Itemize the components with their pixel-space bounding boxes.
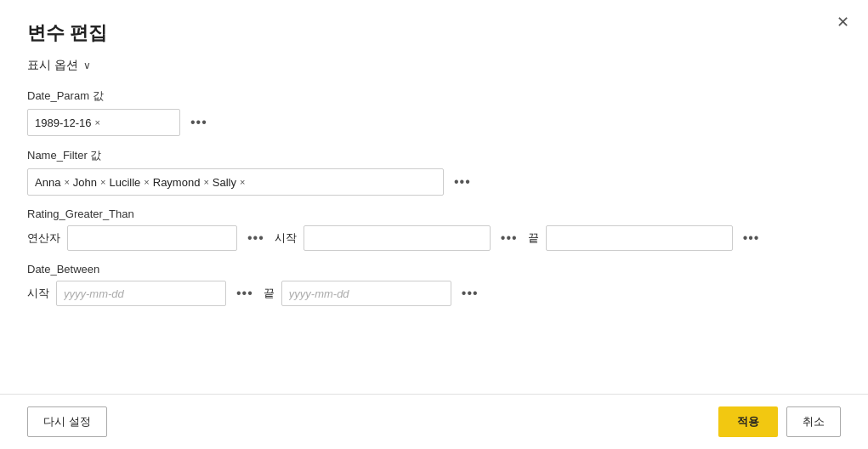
operator-input[interactable] <box>67 225 237 251</box>
name-filter-label: Name_Filter 값 <box>27 148 841 163</box>
reset-button[interactable]: 다시 설정 <box>27 406 107 437</box>
date-param-more-button[interactable]: ••• <box>187 115 211 130</box>
date-param-tag-text: 1989-12-16 <box>35 117 92 129</box>
display-options-toggle[interactable]: 표시 옵션 ∨ <box>27 58 841 73</box>
date-between-label: Date_Between <box>27 263 841 276</box>
rating-start-input[interactable] <box>304 225 491 251</box>
rating-end-more-button[interactable]: ••• <box>740 230 763 246</box>
end-label: 끝 <box>528 230 539 246</box>
operator-label: 연산자 <box>27 230 60 246</box>
name-filter-tag-raymond: Raymond × <box>153 176 209 189</box>
tag-sally-remove[interactable]: × <box>240 177 245 187</box>
date-param-tag-box[interactable]: 1989-12-16 × <box>27 109 180 136</box>
date-param-section: Date_Param 값 1989-12-16 × ••• <box>27 88 841 136</box>
dialog-footer: 다시 설정 적용 취소 <box>0 394 868 449</box>
tag-anna-remove[interactable]: × <box>64 177 69 187</box>
start-label: 시작 <box>275 230 297 246</box>
name-filter-tag-box[interactable]: Anna × John × Lucille × Raymond × Sally <box>27 168 444 196</box>
tag-sally-text: Sally <box>213 176 236 189</box>
date-param-tag-remove[interactable]: × <box>95 117 100 128</box>
apply-button[interactable]: 적용 <box>718 406 778 437</box>
name-filter-tag-anna: Anna × <box>35 176 70 189</box>
date-param-label: Date_Param 값 <box>27 88 841 104</box>
rating-section: Rating_Greater_Than 연산자 ••• 시작 ••• 끝 ••• <box>27 207 841 251</box>
name-filter-tag-john: John × <box>73 176 106 189</box>
date-start-label: 시작 <box>27 286 49 301</box>
name-filter-row: Anna × John × Lucille × Raymond × Sally <box>27 168 841 196</box>
operator-more-button[interactable]: ••• <box>244 230 268 246</box>
chevron-down-icon: ∨ <box>83 60 91 71</box>
date-param-tag-1989: 1989-12-16 × <box>35 117 100 129</box>
footer-right-buttons: 적용 취소 <box>718 406 841 437</box>
date-start-more-button[interactable]: ••• <box>233 286 257 301</box>
tag-lucille-text: Lucille <box>109 176 140 189</box>
dialog-title: 변수 편집 <box>27 20 841 46</box>
rating-end-input[interactable] <box>546 225 733 251</box>
close-icon: ✕ <box>837 13 849 31</box>
date-end-label: 끝 <box>264 286 275 301</box>
rating-start-more-button[interactable]: ••• <box>497 230 521 246</box>
tag-raymond-remove[interactable]: × <box>203 177 208 187</box>
dialog: ✕ 변수 편집 표시 옵션 ∨ Date_Param 값 1989-12-16 … <box>0 0 868 449</box>
close-button[interactable]: ✕ <box>832 12 853 32</box>
tag-anna-text: Anna <box>35 176 60 189</box>
name-filter-section: Name_Filter 값 Anna × John × Lucille × Ra… <box>27 148 841 196</box>
tag-raymond-text: Raymond <box>153 176 201 189</box>
date-start-input[interactable] <box>56 281 226 306</box>
display-options-label: 표시 옵션 <box>27 58 78 73</box>
rating-row: 연산자 ••• 시작 ••• 끝 ••• <box>27 225 841 251</box>
date-end-input[interactable] <box>281 281 451 306</box>
name-filter-tag-sally: Sally × <box>213 176 246 189</box>
date-between-row: 시작 ••• 끝 ••• <box>27 281 841 306</box>
date-param-row: 1989-12-16 × ••• <box>27 109 841 136</box>
tag-john-text: John <box>73 176 97 189</box>
tag-lucille-remove[interactable]: × <box>144 177 149 187</box>
date-between-section: Date_Between 시작 ••• 끝 ••• <box>27 263 841 306</box>
date-end-more-button[interactable]: ••• <box>458 286 482 301</box>
tag-john-remove[interactable]: × <box>100 177 105 187</box>
rating-label: Rating_Greater_Than <box>27 207 841 220</box>
cancel-button[interactable]: 취소 <box>786 406 841 437</box>
name-filter-more-button[interactable]: ••• <box>451 174 474 190</box>
name-filter-tag-lucille: Lucille × <box>109 176 149 189</box>
